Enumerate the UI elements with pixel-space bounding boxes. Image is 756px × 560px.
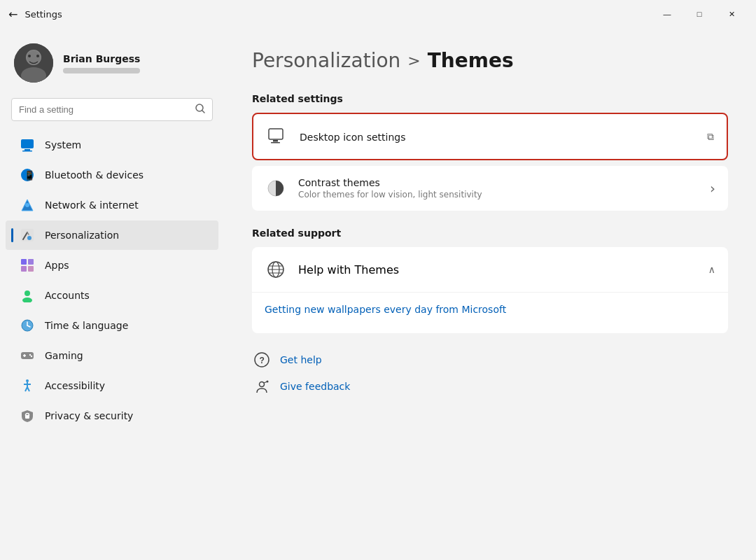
related-settings-label: Related settings <box>252 93 728 104</box>
svg-point-25 <box>22 298 32 302</box>
svg-text:📱: 📱 <box>24 169 34 181</box>
svg-rect-21 <box>28 259 34 265</box>
gaming-icon <box>20 348 35 363</box>
app-container: Brian Burgess <box>0 28 756 560</box>
help-themes-globe-icon <box>265 258 287 281</box>
sidebar-item-privacy[interactable]: Privacy & security <box>6 401 218 430</box>
user-name: Brian Burgess <box>63 53 140 64</box>
give-feedback-icon <box>252 377 272 396</box>
user-status-bar <box>63 68 140 74</box>
get-help-row[interactable]: ? Get help <box>252 350 728 370</box>
user-info: Brian Burgess <box>63 53 140 74</box>
svg-rect-43 <box>273 140 278 142</box>
svg-rect-23 <box>28 266 34 272</box>
active-indicator <box>11 228 13 242</box>
sidebar-item-system[interactable]: System <box>6 130 218 160</box>
sidebar-item-label-gaming: Gaming <box>45 350 83 361</box>
system-icon <box>20 137 35 153</box>
svg-rect-42 <box>269 129 283 139</box>
desktop-icon-settings-external-icon <box>707 131 714 143</box>
svg-point-35 <box>26 379 29 382</box>
get-help-icon: ? <box>252 350 272 370</box>
sidebar-item-apps[interactable]: Apps <box>6 251 218 280</box>
related-support-label: Related support <box>252 227 728 239</box>
give-feedback-link[interactable]: Give feedback <box>280 381 350 392</box>
give-feedback-row[interactable]: Give feedback <box>252 377 728 396</box>
svg-point-33 <box>29 354 31 356</box>
content-area: Personalization > Themes Related setting… <box>224 28 756 560</box>
app-title: Settings <box>24 9 62 20</box>
wallpaper-link[interactable]: Getting new wallpapers every day from Mi… <box>265 298 715 321</box>
sidebar-item-label-privacy: Privacy & security <box>45 410 133 421</box>
svg-point-3 <box>27 50 41 64</box>
svg-rect-22 <box>21 266 27 272</box>
sidebar-nav: System 📱 Bluetooth & devices <box>0 130 224 431</box>
accounts-icon <box>20 288 35 303</box>
get-help-link[interactable]: Get help <box>280 354 322 365</box>
search-container <box>0 95 224 130</box>
apps-icon <box>20 258 35 273</box>
sidebar-item-gaming[interactable]: Gaming <box>6 341 218 370</box>
sidebar: Brian Burgess <box>0 28 224 560</box>
svg-point-19 <box>27 236 31 240</box>
sidebar-item-label-bluetooth: Bluetooth & devices <box>45 169 144 181</box>
breadcrumb-current: Themes <box>428 49 514 72</box>
svg-point-34 <box>31 356 32 357</box>
desktop-icon-settings-row[interactable]: Desktop icon settings <box>252 113 728 160</box>
contrast-themes-chevron-icon <box>710 180 715 197</box>
bottom-links: ? Get help Give feedback <box>252 350 728 396</box>
maximize-button[interactable]: □ <box>683 3 715 25</box>
svg-point-4 <box>28 55 31 57</box>
related-settings-section: Related settings Desktop icon settings <box>252 93 728 211</box>
help-themes-title: Help with Themes <box>298 263 697 276</box>
svg-point-55 <box>267 381 269 383</box>
close-button[interactable]: ✕ <box>715 3 748 25</box>
sidebar-item-time[interactable]: Time & language <box>6 311 218 340</box>
svg-rect-8 <box>21 139 34 148</box>
svg-rect-44 <box>271 142 280 144</box>
related-support-section: Related support Help with Themes <box>252 227 728 333</box>
title-bar-left: ← Settings <box>8 8 62 21</box>
personalization-icon <box>20 227 35 243</box>
sidebar-item-label-accounts: Accounts <box>45 290 90 301</box>
avatar <box>14 43 53 83</box>
privacy-icon <box>20 408 35 424</box>
svg-point-15 <box>25 203 29 207</box>
breadcrumb-parent: Personalization <box>252 49 400 72</box>
sidebar-item-bluetooth[interactable]: 📱 Bluetooth & devices <box>6 160 218 190</box>
sidebar-item-accounts[interactable]: Accounts <box>6 281 218 310</box>
svg-rect-32 <box>24 354 25 357</box>
svg-line-7 <box>202 111 204 113</box>
sidebar-item-label-apps: Apps <box>45 260 69 271</box>
search-box[interactable] <box>11 98 213 121</box>
window-controls: — □ ✕ <box>651 3 748 25</box>
minimize-button[interactable]: — <box>651 3 683 25</box>
svg-point-24 <box>24 290 30 296</box>
sidebar-item-network[interactable]: Network & internet <box>6 190 218 220</box>
search-input[interactable] <box>19 104 190 115</box>
svg-rect-10 <box>22 150 32 152</box>
sidebar-item-personalization[interactable]: Personalization <box>6 220 218 250</box>
help-themes-content: Getting new wallpapers every day from Mi… <box>252 292 728 333</box>
breadcrumb-separator: > <box>407 52 420 69</box>
sidebar-item-label-network: Network & internet <box>45 200 139 211</box>
help-with-themes-header[interactable]: Help with Themes <box>252 247 728 292</box>
sidebar-item-label-system: System <box>45 139 81 150</box>
breadcrumb: Personalization > Themes <box>252 49 728 72</box>
accessibility-icon <box>20 378 35 393</box>
svg-text:?: ? <box>260 356 265 365</box>
svg-point-53 <box>260 382 265 387</box>
svg-rect-20 <box>21 259 27 265</box>
user-section: Brian Burgess <box>0 35 224 95</box>
sidebar-item-label-personalization: Personalization <box>45 230 119 241</box>
title-bar: ← Settings — □ ✕ <box>0 0 756 28</box>
sidebar-item-accessibility[interactable]: Accessibility <box>6 371 218 400</box>
desktop-icon-settings-icon <box>266 125 288 148</box>
contrast-themes-row[interactable]: Contrast themes Color themes for low vis… <box>252 166 728 211</box>
network-icon <box>20 197 35 213</box>
svg-line-39 <box>27 387 29 391</box>
svg-rect-9 <box>24 149 30 150</box>
help-themes-chevron-icon <box>708 264 715 275</box>
sidebar-item-label-accessibility: Accessibility <box>45 380 105 391</box>
back-button[interactable]: ← <box>8 8 18 21</box>
